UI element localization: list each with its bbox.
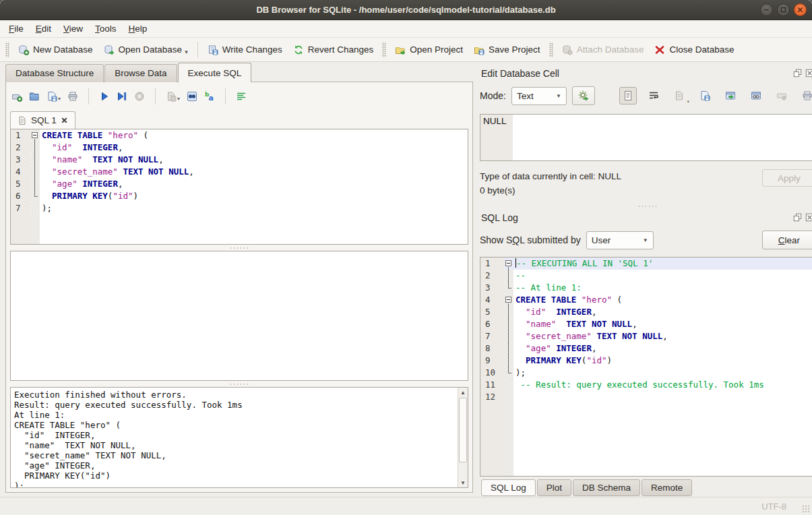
close-tab-icon[interactable] (61, 117, 68, 124)
mode-label: Mode: (480, 90, 506, 101)
editor-results-splitter[interactable] (10, 245, 468, 251)
toolbar-separator (225, 88, 226, 104)
minimize-icon[interactable] (760, 3, 773, 16)
toolbar-grip-icon[interactable] (5, 42, 9, 57)
apply-button[interactable]: Apply (762, 169, 812, 187)
line-number: 9 (480, 355, 505, 367)
menu-help[interactable]: Help (123, 22, 154, 36)
menu-file[interactable]: File (3, 22, 30, 36)
set-null-button[interactable] (773, 87, 790, 104)
grid-output-splitter[interactable] (10, 381, 468, 387)
resize-grip-icon[interactable] (802, 505, 810, 513)
code-text: "secret_name" TEXT NOT NULL, (513, 330, 812, 342)
splitter-handle-icon (229, 247, 249, 249)
close-dock-icon[interactable] (805, 213, 812, 222)
sql-log-view[interactable]: 1-- EXECUTING ALL IN 'SQL 1'2--3-- At li… (480, 257, 812, 477)
chevron-down-icon[interactable]: ▾ (185, 49, 188, 55)
print-button[interactable] (67, 91, 78, 102)
float-dock-icon[interactable] (793, 69, 803, 78)
open-database-button[interactable]: Open Database▾ (99, 42, 193, 58)
code-line: 2-- (480, 270, 812, 282)
text-mode-button[interactable] (619, 87, 637, 104)
menu-tools[interactable]: Tools (89, 22, 123, 36)
close-database-button[interactable]: Close Database (650, 42, 739, 58)
fold-line-icon (31, 178, 40, 190)
bottom-tab-plot[interactable]: Plot (537, 479, 571, 496)
fold-start-icon[interactable] (505, 294, 513, 306)
revert-changes-button[interactable]: Revert Changes (288, 42, 379, 58)
tab-database-structure[interactable]: Database Structure (5, 64, 104, 82)
results-grid[interactable] (10, 251, 468, 381)
open-external-button[interactable] (722, 87, 739, 104)
new-database-button[interactable]: New Database (13, 42, 98, 58)
fold-start-icon[interactable] (505, 258, 513, 270)
float-dock-icon[interactable] (793, 213, 803, 222)
log-filter-label: Show SQL submitted by (480, 235, 581, 245)
log-filter-select[interactable]: User ▼ (586, 231, 654, 249)
toolbar-grip-icon[interactable] (549, 42, 553, 57)
open-file-icon (29, 91, 40, 102)
import-data-button[interactable]: ▾ (670, 87, 688, 104)
scrollbar-thumb[interactable] (459, 398, 467, 462)
format-sql-button[interactable] (236, 91, 247, 102)
write-changes-button[interactable]: Write Changes (203, 42, 287, 58)
cell-value-editor[interactable]: NULL (480, 114, 812, 161)
line-number: 3 (11, 154, 31, 166)
attach-database-button[interactable]: Attach Database (557, 42, 649, 58)
toolbar-grip-icon[interactable] (382, 42, 386, 57)
line-number: 7 (480, 330, 505, 342)
sql-editor[interactable]: 1CREATE TABLE "hero" (2 "id" INTEGER,3 "… (10, 129, 468, 245)
mode-select[interactable]: Text ▼ (511, 87, 567, 105)
clear-log-button[interactable]: Clear (762, 231, 812, 249)
output-scrollbar[interactable]: ▲ ▼ (458, 388, 468, 487)
find-replace-button[interactable]: ba (204, 91, 215, 102)
open-sql-file-button[interactable] (29, 91, 40, 102)
new-tab-button[interactable] (11, 91, 22, 102)
execute-all-button[interactable] (99, 91, 110, 102)
execution-output-box: Execution finished without errors. Resul… (10, 387, 468, 488)
open-project-label: Open Project (410, 44, 463, 55)
line-number: 5 (480, 306, 505, 318)
scroll-down-icon[interactable]: ▼ (458, 478, 468, 487)
code-text: PRIMARY KEY("id") (513, 355, 812, 367)
save-project-button[interactable]: Save Project (469, 42, 545, 58)
bottom-tab-sql-log[interactable]: SQL Log (481, 479, 536, 496)
execute-current-line-button[interactable] (117, 91, 127, 102)
maximize-icon[interactable] (777, 3, 790, 16)
word-wrap-icon (648, 90, 659, 101)
chevron-down-icon[interactable]: ▾ (58, 96, 61, 102)
open-project-button[interactable]: Open Project (390, 42, 468, 58)
word-wrap-button[interactable] (645, 87, 662, 104)
write-changes-icon (208, 44, 218, 55)
save-results-button[interactable]: ▾ (166, 91, 180, 102)
close-icon[interactable] (794, 3, 807, 16)
code-line: 11 -- Result: query executed successfull… (480, 379, 812, 391)
close-dock-icon[interactable] (805, 69, 812, 78)
save-sql-file-button[interactable]: ▾ (46, 91, 61, 102)
bottom-tab-remote[interactable]: Remote (642, 479, 692, 496)
find-button[interactable] (187, 91, 197, 102)
titlebar[interactable]: DB Browser for SQLite - /home/user/code/… (0, 0, 812, 20)
window-title: DB Browser for SQLite - /home/user/code/… (256, 5, 555, 15)
menu-view[interactable]: View (57, 22, 89, 36)
execution-output-text: Execution finished without errors. Resul… (11, 388, 458, 487)
line-number: 4 (480, 294, 505, 306)
menu-edit[interactable]: Edit (30, 22, 57, 36)
stop-button[interactable] (134, 91, 145, 102)
chevron-down-icon[interactable]: ▾ (177, 96, 180, 102)
bottom-tab-db-schema[interactable]: DB Schema (573, 479, 640, 496)
new-database-label: New Database (33, 44, 93, 55)
dock-splitter[interactable] (480, 202, 812, 210)
fold-start-icon[interactable] (31, 129, 40, 142)
attach-database-label: Attach Database (577, 44, 644, 55)
print-cell-button[interactable] (799, 87, 812, 104)
tab-execute-sql[interactable]: Execute SQL (178, 63, 252, 82)
export-data-button[interactable] (696, 87, 714, 104)
auto-switch-mode-button[interactable] (572, 86, 595, 105)
copy-link-button[interactable] (747, 87, 765, 104)
sql-file-tab[interactable]: SQL 1 (10, 111, 75, 129)
scroll-up-icon[interactable]: ▲ (458, 388, 468, 397)
tab-browse-data[interactable]: Browse Data (104, 64, 177, 82)
fold-end-icon (31, 190, 40, 202)
stop-icon (134, 91, 145, 102)
